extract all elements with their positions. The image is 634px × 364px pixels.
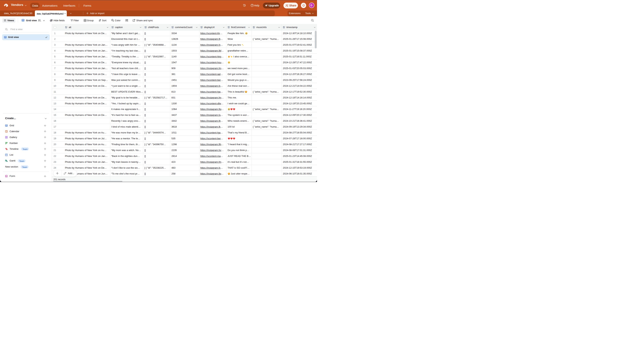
svg-text:31: 31	[6, 131, 7, 132]
